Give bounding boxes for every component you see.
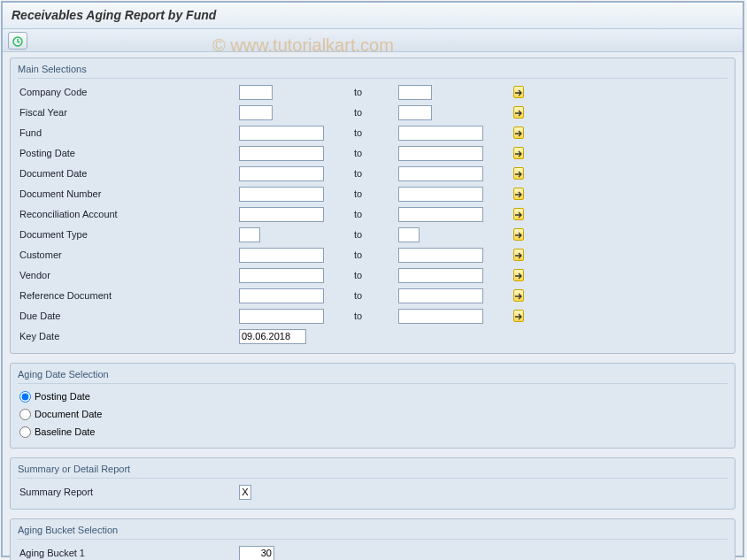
- group-title-summary: Summary or Detail Report: [18, 462, 728, 479]
- company-code-to-input[interactable]: [398, 85, 432, 100]
- arrow-right-icon: [514, 229, 523, 240]
- to-label: to: [354, 290, 398, 301]
- to-label: to: [354, 127, 398, 138]
- arrow-right-icon: [514, 148, 523, 158]
- fiscal-year-from-input[interactable]: [239, 105, 273, 120]
- multiple-selection-button[interactable]: [513, 106, 524, 119]
- due-date-to-input[interactable]: [398, 309, 483, 324]
- multiple-selection-button[interactable]: [513, 147, 524, 159]
- document-date-to-input[interactable]: [398, 166, 483, 181]
- document-date-from-input[interactable]: [239, 166, 324, 181]
- label-summary-report: Summary Report: [18, 487, 239, 497]
- row-customer: Customer to: [18, 245, 728, 265]
- customer-to-input[interactable]: [398, 248, 483, 263]
- label-key-date: Key Date: [18, 331, 239, 341]
- vendor-to-input[interactable]: [398, 268, 483, 283]
- group-bucket: Aging Bucket Selection Aging Bucket 1: [10, 518, 735, 560]
- radio-row-baseline: Baseline Date: [18, 423, 728, 441]
- group-main-selections: Main Selections Company Code to Fiscal Y…: [10, 58, 735, 354]
- multiple-selection-button[interactable]: [513, 86, 524, 98]
- posting-date-radio[interactable]: [19, 391, 31, 403]
- group-aging-date: Aging Date Selection Posting Date Docume…: [10, 363, 735, 449]
- row-document-type: Document Type to: [18, 225, 728, 244]
- multiple-selection-button[interactable]: [513, 167, 524, 180]
- multiple-selection-button[interactable]: [513, 208, 524, 220]
- to-label: to: [354, 168, 398, 179]
- row-document-number: Document Number to: [18, 184, 728, 203]
- label-due-date: Due Date: [18, 311, 239, 321]
- document-date-radio[interactable]: [19, 409, 31, 420]
- multiple-selection-button[interactable]: [513, 127, 524, 139]
- company-code-from-input[interactable]: [239, 85, 273, 100]
- label-document-date: Document Date: [18, 168, 239, 179]
- row-vendor: Vendor to: [18, 265, 728, 285]
- label-company-code: Company Code: [18, 87, 239, 97]
- due-date-from-input[interactable]: [239, 309, 324, 324]
- posting-date-radio-label: Posting Date: [35, 391, 90, 402]
- to-label: to: [354, 87, 398, 97]
- arrow-right-icon: [514, 188, 523, 199]
- row-key-date: Key Date: [18, 326, 728, 346]
- group-title-main: Main Selections: [18, 62, 728, 79]
- baseline-date-radio[interactable]: [19, 426, 31, 438]
- reference-document-from-input[interactable]: [239, 288, 324, 303]
- key-date-input[interactable]: [239, 329, 306, 344]
- label-bucket-1: Aging Bucket 1: [18, 548, 239, 558]
- to-label: to: [354, 249, 398, 260]
- group-title-bucket: Aging Bucket Selection: [18, 523, 728, 540]
- row-posting-date: Posting Date to: [18, 143, 728, 163]
- posting-date-from-input[interactable]: [239, 146, 324, 161]
- to-label: to: [354, 311, 398, 321]
- fiscal-year-to-input[interactable]: [398, 105, 432, 120]
- multiple-selection-button[interactable]: [513, 188, 524, 200]
- row-fund: Fund to: [18, 123, 728, 142]
- document-date-radio-label: Document Date: [35, 409, 102, 419]
- label-customer: Customer: [18, 249, 239, 260]
- row-bucket-1: Aging Bucket 1: [18, 543, 728, 560]
- arrow-right-icon: [514, 290, 523, 301]
- reference-document-to-input[interactable]: [398, 288, 483, 303]
- row-due-date: Due Date to: [18, 306, 728, 326]
- row-reconciliation-account: Reconciliation Account to: [18, 204, 728, 224]
- row-reference-document: Reference Document to: [18, 286, 728, 305]
- to-label: to: [354, 209, 398, 219]
- multiple-selection-button[interactable]: [513, 310, 524, 322]
- multiple-selection-button[interactable]: [513, 228, 524, 241]
- multiple-selection-button[interactable]: [513, 289, 524, 302]
- arrow-right-icon: [514, 311, 523, 321]
- customer-from-input[interactable]: [239, 248, 324, 263]
- to-label: to: [354, 148, 398, 158]
- arrow-right-icon: [514, 107, 523, 118]
- document-type-from-input[interactable]: [239, 227, 260, 242]
- clock-icon: [12, 35, 23, 46]
- reconciliation-to-input[interactable]: [398, 207, 483, 222]
- toolbar: [3, 29, 743, 52]
- vendor-from-input[interactable]: [239, 268, 324, 283]
- reconciliation-from-input[interactable]: [239, 207, 324, 222]
- fund-to-input[interactable]: [398, 126, 483, 141]
- content-area: Main Selections Company Code to Fiscal Y…: [3, 52, 743, 560]
- label-vendor: Vendor: [18, 270, 239, 280]
- bucket-1-input[interactable]: [239, 546, 274, 561]
- multiple-selection-button[interactable]: [513, 249, 524, 261]
- arrow-right-icon: [514, 209, 523, 219]
- label-document-type: Document Type: [18, 229, 239, 240]
- row-document-date: Document Date to: [18, 164, 728, 183]
- row-company-code: Company Code to: [18, 82, 728, 102]
- radio-row-posting: Posting Date: [18, 387, 728, 405]
- row-fiscal-year: Fiscal Year to: [18, 103, 728, 122]
- to-label: to: [354, 270, 398, 280]
- multiple-selection-button[interactable]: [513, 269, 524, 281]
- arrow-right-icon: [514, 87, 523, 97]
- fund-from-input[interactable]: [239, 126, 324, 141]
- label-document-number: Document Number: [18, 188, 239, 199]
- arrow-right-icon: [514, 249, 523, 260]
- document-number-to-input[interactable]: [398, 187, 483, 202]
- to-label: to: [354, 229, 398, 240]
- posting-date-to-input[interactable]: [398, 146, 483, 161]
- label-fund: Fund: [18, 127, 239, 138]
- execute-button[interactable]: [8, 32, 27, 50]
- summary-report-input[interactable]: [239, 485, 251, 500]
- document-type-to-input[interactable]: [398, 227, 420, 242]
- document-number-from-input[interactable]: [239, 187, 324, 202]
